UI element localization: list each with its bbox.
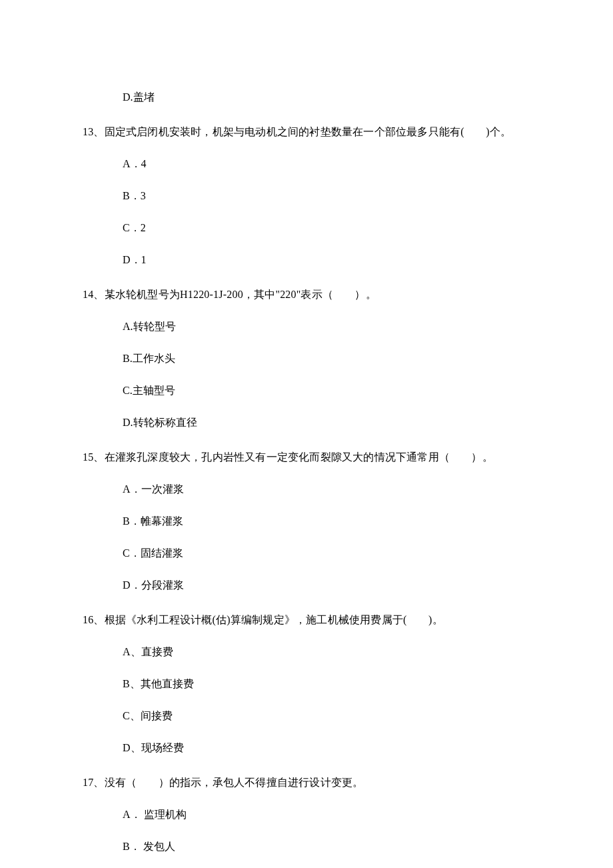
q13-option-b: B．3 [83,188,533,204]
q14-option-a: A.转轮型号 [83,319,533,335]
q13-option-d: D．1 [83,252,533,268]
q15-option-d: D．分段灌浆 [83,577,533,593]
q13-text: 13、固定式启闭机安装时，机架与电动机之间的衬垫数量在一个部位最多只能有( )个… [83,124,533,140]
q14-option-c: C.主轴型号 [83,383,533,399]
q16-option-b: B、其他直接费 [83,676,533,692]
q17-text: 17、没有（ ）的指示，承包人不得擅自进行设计变更。 [83,775,533,791]
q13-option-a: A．4 [83,156,533,172]
q16-option-a: A、直接费 [83,644,533,660]
q14-option-d: D.转轮标称直径 [83,415,533,431]
q16-option-c: C、间接费 [83,708,533,724]
q12-option-d: D.盖堵 [83,89,533,105]
q15-text: 15、在灌浆孔深度较大，孔内岩性又有一定变化而裂隙又大的情况下通常用（ ）。 [83,449,533,465]
page: D.盖堵 13、固定式启闭机安装时，机架与电动机之间的衬垫数量在一个部位最多只能… [0,0,613,868]
q15-option-a: A．一次灌浆 [83,481,533,497]
q17-option-a: A． 监理机构 [83,807,533,823]
q14-text: 14、某水轮机型号为H1220-1J-200，其中"220"表示（ ）。 [83,287,533,303]
q14-option-b: B.工作水头 [83,351,533,367]
q15-option-c: C．固结灌浆 [83,545,533,561]
q16-option-d: D、现场经费 [83,740,533,756]
q13-option-c: C．2 [83,220,533,236]
q17-option-b: B． 发包人 [83,839,533,855]
q15-option-b: B．帷幕灌浆 [83,513,533,529]
q16-text: 16、根据《水利工程设计概(估)算编制规定》，施工机械使用费属于( )。 [83,612,533,628]
